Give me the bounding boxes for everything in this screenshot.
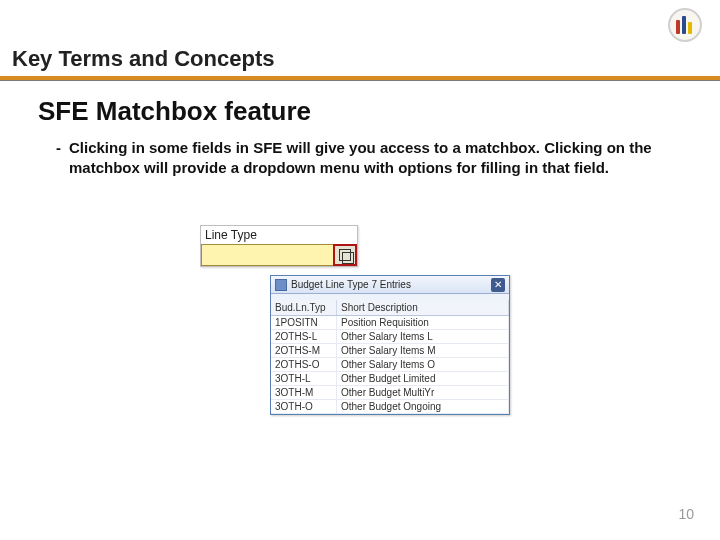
- matchbox-button[interactable]: [333, 244, 357, 266]
- row-desc: Other Salary Items O: [337, 358, 509, 371]
- matchbox-dropdown: Budget Line Type 7 Entries ✕ Bud.Ln.Typ …: [270, 275, 510, 415]
- row-desc: Other Salary Items M: [337, 344, 509, 357]
- dropdown-row[interactable]: 1POSITN Position Requisition: [271, 316, 509, 330]
- dropdown-row[interactable]: 2OTHS-O Other Salary Items O: [271, 358, 509, 372]
- dropdown-title: Budget Line Type 7 Entries: [291, 279, 491, 290]
- col-header-code: Bud.Ln.Typ: [271, 300, 337, 315]
- line-type-input[interactable]: [201, 244, 333, 266]
- row-code: 1POSITN: [271, 316, 337, 329]
- dropdown-row[interactable]: 3OTH-L Other Budget Limited: [271, 372, 509, 386]
- bullet-text: Clicking in some fields in SFE will give…: [69, 138, 680, 179]
- page-number: 10: [678, 506, 694, 522]
- row-code: 2OTHS-O: [271, 358, 337, 371]
- dropdown-rows: 1POSITN Position Requisition 2OTHS-L Oth…: [271, 316, 509, 414]
- row-desc: Other Budget MultiYr: [337, 386, 509, 399]
- logo-bars: [676, 14, 694, 36]
- dropdown-column-headers: Bud.Ln.Typ Short Description: [271, 300, 509, 316]
- slide: Key Terms and Concepts SFE Matchbox feat…: [0, 0, 720, 540]
- row-desc: Other Budget Ongoing: [337, 400, 509, 413]
- section-title: SFE Matchbox feature: [38, 96, 311, 127]
- dropdown-row[interactable]: 3OTH-O Other Budget Ongoing: [271, 400, 509, 414]
- dropdown-row[interactable]: 2OTHS-M Other Salary Items M: [271, 344, 509, 358]
- line-type-label: Line Type: [201, 226, 357, 244]
- matchbox-icon: [339, 249, 351, 261]
- row-code: 3OTH-L: [271, 372, 337, 385]
- close-button[interactable]: ✕: [491, 278, 505, 292]
- col-header-desc: Short Description: [337, 300, 509, 315]
- window-icon: [275, 279, 287, 291]
- line-type-panel: Line Type: [200, 225, 358, 267]
- dropdown-row[interactable]: 2OTHS-L Other Salary Items L: [271, 330, 509, 344]
- row-desc: Other Budget Limited: [337, 372, 509, 385]
- institution-logo: [668, 8, 702, 42]
- row-code: 2OTHS-M: [271, 344, 337, 357]
- line-type-field-row: [201, 244, 357, 266]
- row-desc: Other Salary Items L: [337, 330, 509, 343]
- dropdown-row[interactable]: 3OTH-M Other Budget MultiYr: [271, 386, 509, 400]
- row-desc: Position Requisition: [337, 316, 509, 329]
- row-code: 3OTH-M: [271, 386, 337, 399]
- bullet-dash: -: [56, 138, 61, 158]
- row-code: 2OTHS-L: [271, 330, 337, 343]
- bullet-item: - Clicking in some fields in SFE will gi…: [56, 138, 680, 179]
- screenshot-region: Line Type Budget Line Type 7 Entries ✕ B…: [200, 225, 500, 415]
- row-code: 3OTH-O: [271, 400, 337, 413]
- header-rule: [0, 76, 720, 81]
- dropdown-titlebar: Budget Line Type 7 Entries ✕: [271, 276, 509, 294]
- slide-header: Key Terms and Concepts: [12, 46, 708, 72]
